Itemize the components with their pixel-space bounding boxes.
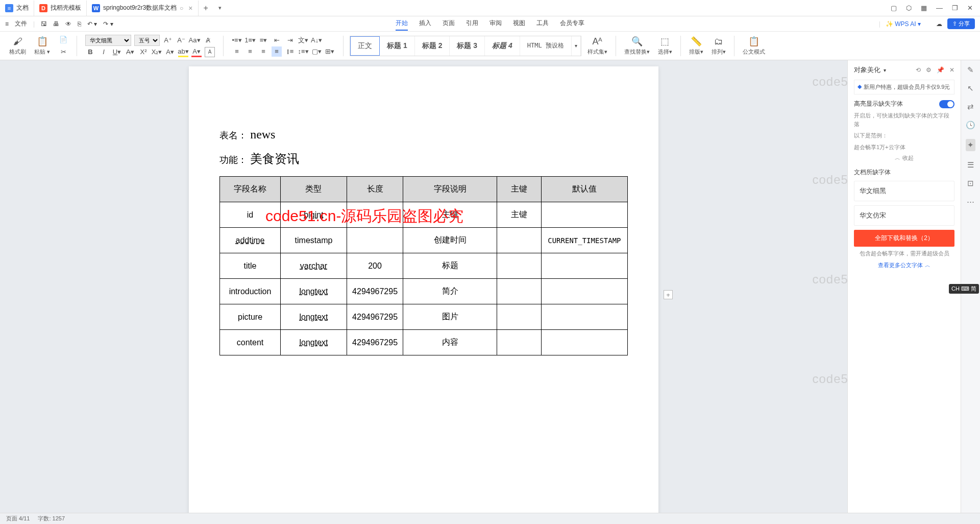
layers-icon[interactable]: ☰ (967, 160, 974, 170)
layout-button[interactable]: 📏排版▾ (687, 36, 705, 56)
table-row[interactable]: titlevarchar200标题 (220, 253, 628, 279)
paste-button[interactable]: 📋粘贴 ▾ (32, 36, 52, 56)
more-fonts-link[interactable]: 查看更多公文字体 ︿ (854, 261, 954, 269)
gov-doc-button[interactable]: 📋公文模式 (741, 36, 767, 56)
cut-icon[interactable]: ✂ (58, 47, 68, 57)
font-name-select[interactable]: 华文细黑 (85, 35, 131, 46)
minimize-icon[interactable]: — (936, 4, 943, 12)
box-icon[interactable]: ⊡ (967, 179, 974, 188)
redo-icon[interactable]: ↷ ▾ (103, 20, 113, 28)
styles-button[interactable]: Aᴬ样式集▾ (585, 36, 609, 56)
highlight-icon[interactable]: ab▾ (178, 47, 188, 57)
find-replace-button[interactable]: 🔍查找替换▾ (622, 36, 652, 56)
preview-icon[interactable]: 👁 (65, 20, 71, 28)
font-card[interactable]: 华文细黑 (854, 181, 954, 201)
tab-tools[interactable]: 工具 (536, 17, 549, 31)
indent-right-icon[interactable]: ⇥ (285, 35, 295, 45)
add-element-button[interactable]: + (664, 290, 673, 299)
increase-font-icon[interactable]: A⁺ (163, 35, 173, 45)
style-h4[interactable]: 标题 4 (485, 36, 520, 56)
style-expand-icon[interactable]: ▾ (572, 36, 581, 56)
file-menu[interactable]: 文件 (15, 19, 27, 28)
italic-icon[interactable]: I (99, 47, 109, 57)
sort-icon[interactable]: A↓▾ (311, 35, 322, 45)
pencil-icon[interactable]: ✎ (967, 65, 974, 75)
undo-icon[interactable]: ↶ ▾ (87, 20, 97, 28)
number-list-icon[interactable]: 1≡▾ (245, 35, 255, 45)
style-h2[interactable]: 标题 2 (415, 36, 450, 56)
line-spacing-icon[interactable]: ↕≡▾ (298, 46, 308, 57)
clock-icon[interactable]: 🕓 (966, 121, 975, 130)
strike-icon[interactable]: A̶▾ (125, 47, 135, 57)
table-row[interactable]: introductionlongtext4294967295简介 (220, 279, 628, 304)
word-count[interactable]: 字数: 1257 (38, 515, 65, 522)
align-right-icon[interactable]: ≡ (258, 46, 268, 57)
align-center-icon[interactable]: ≡ (245, 46, 255, 57)
change-case-icon[interactable]: Aa▾ (189, 35, 200, 45)
font-color-icon[interactable]: A▾ (191, 47, 202, 57)
tab-review[interactable]: 审阅 (489, 17, 502, 31)
shading-icon[interactable]: ▢▾ (311, 46, 322, 57)
download-all-button[interactable]: 全部下载和替换（2） (854, 230, 954, 247)
align-left-icon[interactable]: ≡ (232, 46, 242, 57)
align-justify-icon[interactable]: ≡ (272, 46, 282, 57)
font-effect-icon[interactable]: A▾ (165, 47, 175, 57)
text-dir-icon[interactable]: 文▾ (298, 35, 308, 45)
tab-menu-button[interactable]: ▾ (213, 5, 227, 11)
subscript-icon[interactable]: X₂▾ (152, 47, 162, 57)
style-h3[interactable]: 标题 3 (450, 36, 485, 56)
distribute-icon[interactable]: ⫿≡ (285, 46, 295, 57)
close-panel-icon[interactable]: ✕ (949, 66, 954, 74)
select-button[interactable]: ⬚选择▾ (656, 36, 674, 56)
tab-template[interactable]: D 找稻壳模板 (34, 1, 87, 16)
wps-ai-button[interactable]: ✨ WPS AI ▾ (886, 20, 921, 28)
page-indicator[interactable]: 页面 4/11 (6, 515, 30, 522)
arrange-button[interactable]: 🗂排列▾ (709, 36, 728, 56)
underline-icon[interactable]: U▾ (112, 47, 122, 57)
tab-start[interactable]: 开始 (396, 17, 408, 31)
font-card[interactable]: 华文仿宋 (854, 205, 954, 226)
tab-reference[interactable]: 引用 (466, 17, 478, 31)
grid-icon[interactable]: ▦ (921, 4, 927, 12)
superscript-icon[interactable]: X² (138, 47, 149, 57)
table-row[interactable]: contentlongtext4294967295内容 (220, 330, 628, 355)
table-row[interactable]: addtimetimestamp创建时间CURRENT_TIMESTAMP (220, 228, 628, 253)
settings-icon[interactable]: ⚙ (926, 66, 932, 74)
tab-document-active[interactable]: W springboot9r2r3数据库文档 ○ × (87, 1, 199, 16)
table-row[interactable]: picturelongtext4294967295图片 (220, 304, 628, 330)
more-icon[interactable]: ⋯ (967, 197, 974, 206)
app-menu-icon[interactable]: ≡ (5, 20, 9, 28)
promo-banner[interactable]: ◆ 新用户特惠，超级会员月卡仅9.9元 (854, 80, 954, 94)
cursor-icon[interactable]: ↖ (967, 84, 974, 93)
multilevel-icon[interactable]: ≡▾ (258, 35, 268, 45)
tab-member[interactable]: 会员专享 (560, 17, 584, 31)
tab-page[interactable]: 页面 (443, 17, 455, 31)
style-gallery[interactable]: 正文 标题 1 标题 2 标题 3 标题 4 HTML 预设格 ▾ (350, 36, 581, 56)
print-icon[interactable]: 🖶 (53, 20, 59, 28)
style-normal[interactable]: 正文 (350, 36, 380, 56)
font-size-select[interactable]: 五号 (134, 35, 160, 46)
decrease-font-icon[interactable]: A⁻ (176, 35, 186, 45)
copy-icon[interactable]: 📄 (58, 35, 68, 45)
style-h1[interactable]: 标题 1 (380, 36, 415, 56)
document-workspace[interactable]: code51.cn code51.cn code51.cn code51.cn … (0, 60, 847, 513)
win-icon[interactable]: ▢ (891, 4, 897, 12)
collapse-button[interactable]: ︿ 收起 (854, 154, 954, 162)
bullet-list-icon[interactable]: •≡▾ (232, 35, 242, 45)
maximize-icon[interactable]: ❐ (952, 4, 958, 12)
close-window-icon[interactable]: ✕ (967, 4, 973, 12)
tab-doc[interactable]: ≡ 文档 (0, 1, 34, 16)
tab-view[interactable]: 视图 (513, 17, 525, 31)
share-button[interactable]: ⇪ 分享 (947, 18, 975, 29)
ime-indicator[interactable]: CH ⌨ 简 (949, 284, 979, 294)
toggle-switch[interactable] (939, 100, 954, 108)
save-icon[interactable]: 🖫 (41, 20, 47, 28)
close-icon[interactable]: × (188, 4, 192, 12)
cube-icon[interactable]: ⬡ (906, 4, 912, 12)
database-table[interactable]: 字段名称 类型 长度 字段说明 主键 默认值 idbigint主键主键 addt… (219, 176, 628, 355)
style-html[interactable]: HTML 预设格 (520, 36, 572, 56)
phonetic-icon[interactable]: A (205, 47, 215, 57)
pin-icon[interactable]: 📌 (937, 66, 944, 74)
export-icon[interactable]: ⎘ (78, 20, 81, 28)
add-tab-button[interactable]: + (199, 4, 213, 13)
